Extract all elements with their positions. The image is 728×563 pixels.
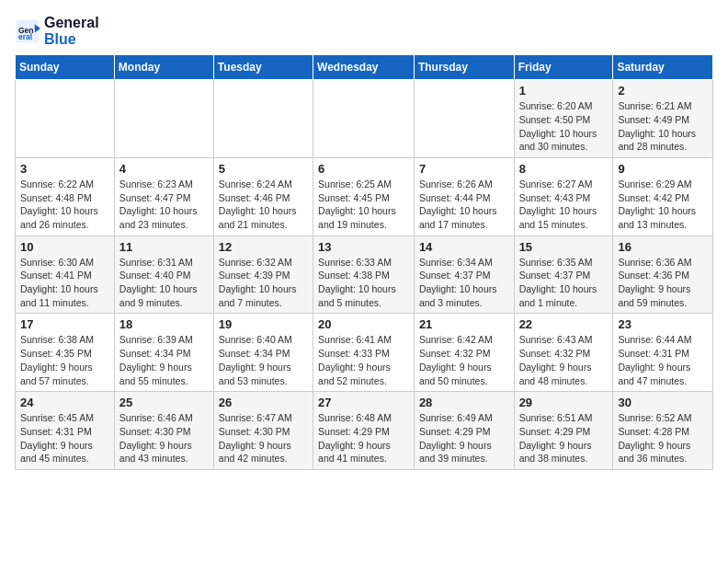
day-info: Sunrise: 6:32 AM Sunset: 4:39 PM Dayligh…	[219, 256, 308, 310]
day-info: Sunrise: 6:31 AM Sunset: 4:40 PM Dayligh…	[119, 256, 209, 310]
day-number: 12	[219, 240, 308, 254]
day-number: 19	[219, 317, 308, 331]
calendar-cell: 10Sunrise: 6:30 AM Sunset: 4:41 PM Dayli…	[16, 236, 115, 314]
calendar-cell: 21Sunrise: 6:42 AM Sunset: 4:32 PM Dayli…	[414, 314, 514, 392]
day-info: Sunrise: 6:47 AM Sunset: 4:30 PM Dayligh…	[219, 411, 308, 465]
calendar-cell: 25Sunrise: 6:46 AM Sunset: 4:30 PM Dayli…	[114, 392, 213, 470]
calendar-week-row: 1Sunrise: 6:20 AM Sunset: 4:50 PM Daylig…	[16, 80, 713, 158]
page-header: Gen eral General Blue	[15, 15, 713, 47]
calendar-cell: 27Sunrise: 6:48 AM Sunset: 4:29 PM Dayli…	[313, 392, 415, 470]
day-info: Sunrise: 6:20 AM Sunset: 4:50 PM Dayligh…	[519, 99, 609, 154]
weekday-header: Friday	[514, 55, 613, 80]
day-number: 9	[618, 162, 708, 176]
day-number: 27	[318, 396, 409, 409]
day-info: Sunrise: 6:42 AM Sunset: 4:32 PM Dayligh…	[419, 333, 509, 387]
calendar-cell: 7Sunrise: 6:26 AM Sunset: 4:44 PM Daylig…	[414, 157, 514, 236]
day-info: Sunrise: 6:21 AM Sunset: 4:49 PM Dayligh…	[618, 99, 708, 154]
calendar-cell: 12Sunrise: 6:32 AM Sunset: 4:39 PM Dayli…	[213, 236, 313, 314]
calendar-cell: 19Sunrise: 6:40 AM Sunset: 4:34 PM Dayli…	[213, 314, 313, 392]
calendar-cell: 5Sunrise: 6:24 AM Sunset: 4:46 PM Daylig…	[213, 157, 313, 236]
day-number: 17	[20, 317, 109, 331]
calendar-cell: 20Sunrise: 6:41 AM Sunset: 4:33 PM Dayli…	[313, 314, 415, 392]
day-number: 26	[219, 396, 308, 409]
calendar-week-row: 24Sunrise: 6:45 AM Sunset: 4:31 PM Dayli…	[16, 392, 713, 470]
day-number: 2	[618, 84, 708, 98]
calendar-cell: 16Sunrise: 6:36 AM Sunset: 4:36 PM Dayli…	[613, 236, 713, 314]
day-number: 3	[20, 162, 109, 176]
calendar-cell: 29Sunrise: 6:51 AM Sunset: 4:29 PM Dayli…	[514, 392, 613, 470]
calendar-cell: 28Sunrise: 6:49 AM Sunset: 4:29 PM Dayli…	[414, 392, 514, 470]
day-info: Sunrise: 6:38 AM Sunset: 4:35 PM Dayligh…	[20, 333, 109, 387]
calendar-cell: 22Sunrise: 6:43 AM Sunset: 4:32 PM Dayli…	[514, 314, 613, 392]
calendar-cell: 13Sunrise: 6:33 AM Sunset: 4:38 PM Dayli…	[313, 236, 415, 314]
weekday-header: Wednesday	[313, 55, 415, 80]
day-info: Sunrise: 6:24 AM Sunset: 4:46 PM Dayligh…	[219, 178, 308, 232]
weekday-header: Thursday	[414, 55, 514, 80]
calendar-cell: 30Sunrise: 6:52 AM Sunset: 4:28 PM Dayli…	[613, 392, 713, 470]
day-number: 8	[519, 162, 609, 176]
calendar-cell	[313, 80, 415, 158]
calendar-week-row: 3Sunrise: 6:22 AM Sunset: 4:48 PM Daylig…	[16, 157, 713, 236]
calendar-cell: 8Sunrise: 6:27 AM Sunset: 4:43 PM Daylig…	[514, 157, 613, 236]
calendar-table: SundayMondayTuesdayWednesdayThursdayFrid…	[15, 54, 713, 470]
day-number: 20	[318, 317, 409, 331]
day-number: 25	[119, 396, 209, 409]
logo: Gen eral General Blue	[15, 15, 99, 47]
day-number: 18	[119, 317, 209, 331]
calendar-cell: 14Sunrise: 6:34 AM Sunset: 4:37 PM Dayli…	[414, 236, 514, 314]
day-info: Sunrise: 6:52 AM Sunset: 4:28 PM Dayligh…	[618, 411, 708, 465]
calendar-cell	[414, 80, 514, 158]
day-info: Sunrise: 6:29 AM Sunset: 4:42 PM Dayligh…	[618, 178, 708, 232]
day-number: 28	[419, 396, 509, 409]
day-number: 4	[119, 162, 209, 176]
day-info: Sunrise: 6:27 AM Sunset: 4:43 PM Dayligh…	[519, 178, 609, 232]
day-info: Sunrise: 6:25 AM Sunset: 4:45 PM Dayligh…	[318, 178, 409, 232]
calendar-cell: 24Sunrise: 6:45 AM Sunset: 4:31 PM Dayli…	[16, 392, 115, 470]
calendar-cell: 17Sunrise: 6:38 AM Sunset: 4:35 PM Dayli…	[16, 314, 115, 392]
day-number: 29	[519, 396, 609, 409]
day-info: Sunrise: 6:30 AM Sunset: 4:41 PM Dayligh…	[20, 256, 109, 310]
day-info: Sunrise: 6:40 AM Sunset: 4:34 PM Dayligh…	[219, 333, 308, 387]
calendar-cell	[16, 80, 115, 158]
day-info: Sunrise: 6:33 AM Sunset: 4:38 PM Dayligh…	[318, 256, 409, 310]
calendar-cell: 11Sunrise: 6:31 AM Sunset: 4:40 PM Dayli…	[114, 236, 213, 314]
calendar-cell: 18Sunrise: 6:39 AM Sunset: 4:34 PM Dayli…	[114, 314, 213, 392]
day-number: 21	[419, 317, 509, 331]
calendar-cell: 15Sunrise: 6:35 AM Sunset: 4:37 PM Dayli…	[514, 236, 613, 314]
day-number: 11	[119, 240, 209, 254]
day-number: 23	[618, 317, 708, 331]
day-info: Sunrise: 6:35 AM Sunset: 4:37 PM Dayligh…	[519, 256, 609, 310]
day-info: Sunrise: 6:44 AM Sunset: 4:31 PM Dayligh…	[618, 333, 708, 387]
day-info: Sunrise: 6:34 AM Sunset: 4:37 PM Dayligh…	[419, 256, 509, 310]
day-info: Sunrise: 6:23 AM Sunset: 4:47 PM Dayligh…	[119, 178, 209, 232]
weekday-header: Tuesday	[213, 55, 313, 80]
day-number: 24	[20, 396, 109, 409]
calendar-cell: 6Sunrise: 6:25 AM Sunset: 4:45 PM Daylig…	[313, 157, 415, 236]
calendar-week-row: 10Sunrise: 6:30 AM Sunset: 4:41 PM Dayli…	[16, 236, 713, 314]
day-number: 15	[519, 240, 609, 254]
day-number: 16	[618, 240, 708, 254]
day-info: Sunrise: 6:36 AM Sunset: 4:36 PM Dayligh…	[618, 256, 708, 310]
weekday-header: Sunday	[16, 55, 115, 80]
day-info: Sunrise: 6:26 AM Sunset: 4:44 PM Dayligh…	[419, 178, 509, 232]
svg-text:eral: eral	[18, 32, 32, 41]
calendar-cell: 3Sunrise: 6:22 AM Sunset: 4:48 PM Daylig…	[16, 157, 115, 236]
day-number: 10	[20, 240, 109, 254]
calendar-cell: 2Sunrise: 6:21 AM Sunset: 4:49 PM Daylig…	[613, 80, 713, 158]
calendar-header: SundayMondayTuesdayWednesdayThursdayFrid…	[16, 55, 713, 80]
weekday-header: Saturday	[613, 55, 713, 80]
day-info: Sunrise: 6:45 AM Sunset: 4:31 PM Dayligh…	[20, 411, 109, 465]
day-info: Sunrise: 6:49 AM Sunset: 4:29 PM Dayligh…	[419, 411, 509, 465]
day-number: 14	[419, 240, 509, 254]
day-number: 6	[318, 162, 409, 176]
calendar-cell	[114, 80, 213, 158]
logo-text: General Blue	[44, 15, 99, 47]
day-info: Sunrise: 6:48 AM Sunset: 4:29 PM Dayligh…	[318, 411, 409, 465]
day-info: Sunrise: 6:22 AM Sunset: 4:48 PM Dayligh…	[20, 178, 109, 232]
calendar-week-row: 17Sunrise: 6:38 AM Sunset: 4:35 PM Dayli…	[16, 314, 713, 392]
day-number: 5	[219, 162, 308, 176]
day-info: Sunrise: 6:51 AM Sunset: 4:29 PM Dayligh…	[519, 411, 609, 465]
day-info: Sunrise: 6:46 AM Sunset: 4:30 PM Dayligh…	[119, 411, 209, 465]
calendar-cell	[213, 80, 313, 158]
calendar-cell: 9Sunrise: 6:29 AM Sunset: 4:42 PM Daylig…	[613, 157, 713, 236]
